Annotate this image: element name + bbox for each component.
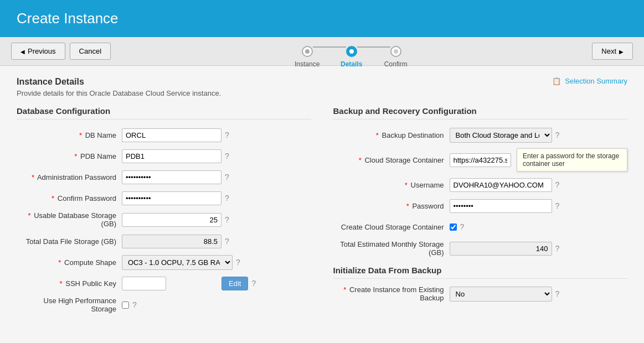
backup-config-col: Backup and Recovery Configuration * Back… xyxy=(333,106,628,319)
cloud-container-input[interactable] xyxy=(450,153,512,167)
confirm-password-input[interactable] xyxy=(122,191,221,205)
step-line-1 xyxy=(313,46,346,48)
step-circle-details xyxy=(346,46,357,57)
compute-shape-help-icon[interactable]: ? xyxy=(236,258,240,267)
step-confirm: Confirm xyxy=(390,46,401,57)
total-storage-input xyxy=(122,235,221,248)
confirm-password-help-icon[interactable]: ? xyxy=(225,194,229,202)
total-storage-label: Total Data File Storage (GB) xyxy=(17,237,122,246)
create-container-help-icon[interactable]: ? xyxy=(460,222,465,231)
confirm-password-input-wrapper xyxy=(122,191,221,205)
create-container-checkbox[interactable] xyxy=(450,224,457,231)
high-perf-row: Use High Performance Storage ? xyxy=(17,297,311,313)
backup-password-input[interactable] xyxy=(450,199,552,213)
create-container-row: Create Cloud Storage Container ? xyxy=(333,219,628,235)
high-perf-checkbox[interactable] xyxy=(122,302,129,309)
total-monthly-label: Total Estimated Monthly Storage (GB) xyxy=(333,240,450,257)
compute-shape-label: * Compute Shape xyxy=(17,258,122,267)
backup-password-row: * Password ? xyxy=(333,198,628,214)
content: Selection Summary Instance Details Provi… xyxy=(0,66,644,330)
cancel-button[interactable]: Cancel xyxy=(70,43,111,60)
confirm-password-label: * Confirm Password xyxy=(17,194,122,202)
username-input[interactable] xyxy=(450,178,552,192)
step-label-instance: Instance xyxy=(295,60,320,68)
backup-config-title: Backup and Recovery Configuration xyxy=(333,106,628,119)
db-name-row: * DB Name ? xyxy=(17,127,311,143)
init-backup-title: Initialize Data From Backup xyxy=(333,266,628,279)
pdb-name-help-icon[interactable]: ? xyxy=(225,152,229,160)
stepper: Instance Details Confirm xyxy=(302,46,401,57)
create-from-backup-select-wrapper: No xyxy=(450,287,552,302)
usable-storage-input-wrapper xyxy=(122,213,221,227)
page-title: Create Instance xyxy=(17,10,627,27)
pdb-name-label: * PDB Name xyxy=(17,152,122,160)
ssh-key-edit-button[interactable]: Edit xyxy=(221,277,248,290)
step-label-details: Details xyxy=(341,60,362,68)
tooltip-box: Enter a password for the storage contain… xyxy=(517,148,627,172)
chevron-right-icon xyxy=(619,47,624,55)
backup-dest-label: * Backup Destination xyxy=(333,131,450,139)
step-circle-confirm xyxy=(390,46,401,57)
db-config-col: Database Configuration * DB Name ? * PDB… xyxy=(17,106,311,319)
admin-password-input[interactable] xyxy=(122,170,221,184)
usable-storage-row: * Usable Database Storage (GB) ? xyxy=(17,211,311,228)
total-monthly-input xyxy=(450,242,552,256)
total-monthly-help-icon[interactable]: ? xyxy=(555,244,560,253)
admin-password-help-icon[interactable]: ? xyxy=(225,173,229,181)
usable-storage-input[interactable] xyxy=(122,213,221,227)
ssh-key-input[interactable] xyxy=(122,277,166,290)
high-perf-help-icon[interactable]: ? xyxy=(132,300,137,309)
ssh-key-input-wrapper xyxy=(122,277,221,290)
total-storage-input-wrapper xyxy=(122,235,221,248)
ssh-key-label: * SSH Public Key xyxy=(17,279,122,288)
confirm-password-row: * Confirm Password ? xyxy=(17,190,311,206)
admin-password-row: * Administration Password ? xyxy=(17,169,311,185)
create-from-backup-help-icon[interactable]: ? xyxy=(555,289,560,298)
compute-shape-row: * Compute Shape OC3 - 1.0 OCPU, 7.5 GB R… xyxy=(17,254,311,270)
admin-password-input-wrapper xyxy=(122,170,221,184)
pdb-name-input[interactable] xyxy=(122,149,221,163)
create-from-backup-label: * Create Instance from Existing Backup xyxy=(333,285,450,302)
next-button[interactable]: Next xyxy=(592,43,633,60)
compute-shape-select-wrapper: OC3 - 1.0 OCPU, 7.5 GB RAM xyxy=(122,255,233,270)
step-label-confirm: Confirm xyxy=(384,60,408,68)
backup-dest-help-icon[interactable]: ? xyxy=(555,131,560,139)
summary-icon xyxy=(552,77,563,85)
cloud-container-input-wrapper xyxy=(450,153,512,167)
total-monthly-input-wrapper xyxy=(450,242,552,256)
backup-dest-row: * Backup Destination Both Cloud Storage … xyxy=(333,127,628,143)
compute-shape-select[interactable]: OC3 - 1.0 OCPU, 7.5 GB RAM xyxy=(122,255,233,270)
cloud-container-row: * Cloud Storage Container Enter a passwo… xyxy=(333,148,628,172)
backup-password-help-icon[interactable]: ? xyxy=(555,201,560,210)
section-header: Selection Summary Instance Details Provi… xyxy=(17,77,627,97)
total-storage-help-icon[interactable]: ? xyxy=(225,237,229,246)
ssh-key-help-icon[interactable]: ? xyxy=(251,279,256,288)
step-line-2 xyxy=(357,46,390,48)
backup-password-input-wrapper xyxy=(450,199,552,213)
db-name-help-icon[interactable]: ? xyxy=(225,131,229,139)
step-instance: Instance xyxy=(302,46,313,57)
step-circle-instance xyxy=(302,46,313,57)
create-from-backup-select[interactable]: No xyxy=(450,287,552,302)
username-input-wrapper xyxy=(450,178,552,192)
selection-summary-link[interactable]: Selection Summary xyxy=(552,77,627,85)
db-name-input[interactable] xyxy=(122,128,221,142)
instance-details-subtitle: Provide details for this Oracle Database… xyxy=(17,89,627,97)
usable-storage-label: * Usable Database Storage (GB) xyxy=(17,211,122,228)
backup-dest-select[interactable]: Both Cloud Storage and Loca xyxy=(450,128,552,143)
create-from-backup-row: * Create Instance from Existing Backup N… xyxy=(333,285,628,302)
step-details: Details xyxy=(346,46,357,57)
pdb-name-input-wrapper xyxy=(122,149,221,163)
toolbar: Previous Cancel Instance Details Confirm xyxy=(0,37,644,66)
usable-storage-help-icon[interactable]: ? xyxy=(225,215,229,224)
previous-button[interactable]: Previous xyxy=(11,43,65,60)
toolbar-right: Next xyxy=(592,43,633,60)
instance-details-title: Instance Details xyxy=(17,77,627,87)
high-perf-label: Use High Performance Storage xyxy=(17,297,122,313)
toolbar-left: Previous Cancel xyxy=(11,43,111,60)
username-help-icon[interactable]: ? xyxy=(555,180,560,189)
backup-dest-select-wrapper: Both Cloud Storage and Loca xyxy=(450,128,552,143)
db-config-title: Database Configuration xyxy=(17,106,311,119)
cloud-container-label: * Cloud Storage Container xyxy=(333,156,450,164)
admin-password-label: * Administration Password xyxy=(17,173,122,181)
